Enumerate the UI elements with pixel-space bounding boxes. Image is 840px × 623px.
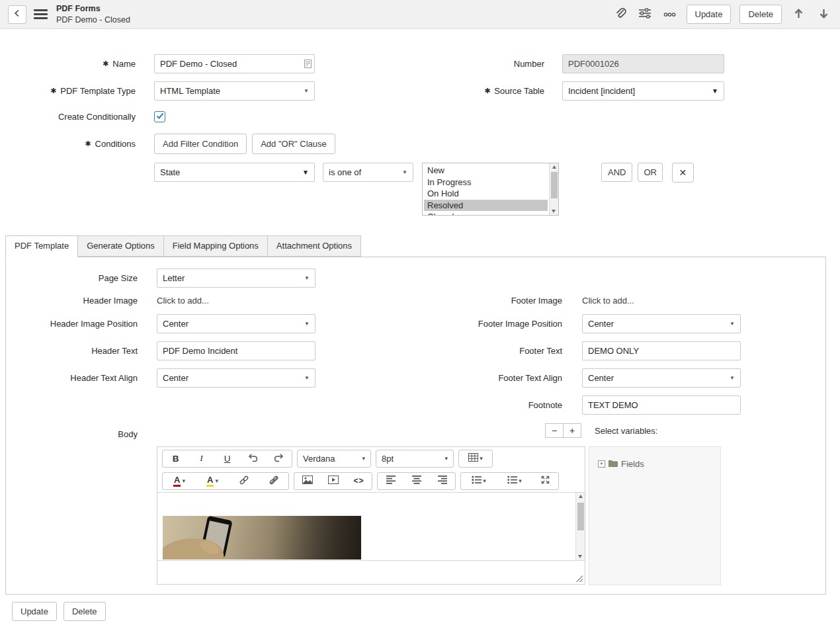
footer-image-add-link[interactable]: Click to add...: [582, 296, 634, 306]
condition-builder-row: State ▼ is one of ▼ New In Progress On H…: [0, 163, 840, 216]
update-button-footer[interactable]: Update: [12, 602, 57, 621]
undo-button[interactable]: [240, 450, 266, 467]
header-text-align-select[interactable]: Center ▼: [157, 368, 315, 388]
source-table-value: Incident [incident]: [568, 86, 635, 96]
listbox-scrollbar[interactable]: [549, 163, 558, 215]
attachment-button[interactable]: [612, 5, 628, 23]
insert-image-button[interactable]: [294, 473, 320, 489]
source-table-select[interactable]: Incident [incident] ▼: [562, 81, 724, 101]
header-image-add-link[interactable]: Click to add...: [157, 296, 209, 306]
align-center-button[interactable]: [403, 473, 429, 489]
text-color-button[interactable]: A ▾: [163, 473, 196, 489]
redo-button[interactable]: [266, 450, 292, 467]
create-conditionally-checkbox[interactable]: [154, 111, 165, 122]
listbox-option-in-progress[interactable]: In Progress: [424, 177, 548, 188]
grow-editor-button[interactable]: +: [563, 423, 581, 438]
header-text-input[interactable]: [157, 341, 315, 360]
remove-link-button[interactable]: [259, 473, 288, 489]
fields-tree-label: Fields: [621, 459, 644, 469]
tab-pdf-template[interactable]: PDF Template: [5, 235, 78, 257]
personalize-form-button[interactable]: [637, 6, 653, 22]
condition-field-value: State: [160, 167, 180, 177]
more-options-button[interactable]: [661, 7, 678, 21]
footnote-input[interactable]: [582, 395, 741, 415]
chevron-down-icon: ▾: [519, 478, 522, 484]
editor-content-area[interactable]: [157, 492, 585, 560]
more-options-icon: [663, 9, 676, 19]
next-record-button[interactable]: [816, 5, 832, 24]
name-label: Name: [112, 59, 136, 69]
chevron-down-icon: ▼: [730, 376, 735, 381]
footer-text-align-select[interactable]: Center ▼: [582, 368, 741, 388]
tab-attachment-options[interactable]: Attachment Options: [267, 235, 361, 257]
checkmark-icon: [156, 112, 164, 122]
fields-tree-item[interactable]: + Fields: [598, 459, 720, 469]
font-size-select[interactable]: 8pt ▾: [376, 450, 454, 468]
or-button[interactable]: OR: [638, 163, 663, 182]
previous-record-button[interactable]: [790, 5, 807, 24]
scrollbar-thumb[interactable]: [577, 503, 584, 530]
required-icon: ✱: [85, 140, 91, 148]
chevron-down-icon: ▼: [304, 321, 310, 327]
and-button[interactable]: AND: [601, 163, 632, 182]
table-button[interactable]: ▾: [459, 450, 492, 467]
bullet-list-button[interactable]: ▾: [461, 473, 497, 489]
insert-link-button[interactable]: [229, 473, 259, 489]
update-button-header[interactable]: Update: [687, 5, 732, 24]
font-size-value: 8pt: [382, 454, 394, 464]
page-size-label: Page Size: [6, 273, 157, 283]
condition-operator-value: is one of: [329, 167, 361, 177]
text-color-icon: A: [173, 476, 181, 487]
required-icon: ✱: [103, 60, 108, 68]
condition-values-listbox[interactable]: New In Progress On Hold Resolved Closed: [422, 163, 559, 216]
page-size-select[interactable]: Letter ▼: [157, 269, 315, 288]
align-right-icon: [438, 476, 447, 486]
resize-handle[interactable]: [575, 575, 583, 582]
create-conditionally-label: Create Conditionally: [58, 112, 136, 122]
header-image-label: Header Image: [6, 296, 157, 306]
delete-condition-button[interactable]: ✕: [672, 163, 694, 183]
delete-button-footer[interactable]: Delete: [63, 602, 106, 621]
source-code-button[interactable]: <>: [346, 473, 372, 489]
listbox-option-new[interactable]: New: [424, 165, 548, 177]
header-image-position-select[interactable]: Center ▼: [157, 314, 315, 333]
align-left-button[interactable]: [378, 473, 403, 489]
add-or-clause-button[interactable]: Add "OR" Clause: [252, 134, 335, 154]
listbox-option-resolved[interactable]: Resolved: [424, 200, 548, 212]
listbox-option-on-hold[interactable]: On Hold: [424, 188, 548, 200]
background-color-button[interactable]: A ▾: [196, 473, 229, 489]
context-menu-icon[interactable]: [34, 9, 48, 20]
back-button[interactable]: [8, 5, 26, 24]
condition-operator-select[interactable]: is one of ▼: [323, 163, 413, 182]
footer-text-input[interactable]: [582, 341, 741, 360]
font-family-select[interactable]: Verdana ▾: [297, 450, 371, 468]
numbered-list-button[interactable]: ▾: [497, 473, 532, 489]
footer-image-position-select[interactable]: Center ▼: [582, 314, 741, 333]
underline-button[interactable]: U: [214, 450, 240, 467]
listbox-option-closed[interactable]: Closed: [424, 211, 548, 216]
paperclip-icon: [614, 7, 626, 21]
scroll-up-icon[interactable]: [552, 165, 556, 169]
name-input[interactable]: [154, 54, 315, 73]
scrollbar-thumb[interactable]: [551, 172, 558, 198]
condition-field-select[interactable]: State ▼: [154, 163, 315, 182]
scroll-up-icon[interactable]: [579, 495, 583, 498]
add-filter-condition-button[interactable]: Add Filter Condition: [154, 134, 247, 154]
template-type-select[interactable]: HTML Template ▼: [154, 81, 315, 101]
italic-button[interactable]: I: [189, 450, 214, 467]
align-right-button[interactable]: [429, 473, 455, 489]
fullscreen-button[interactable]: [532, 473, 558, 489]
delete-button-header[interactable]: Delete: [739, 5, 782, 24]
source-table-label-wrap: ✱ Source Table: [420, 86, 562, 96]
link-icon: [239, 475, 249, 487]
tab-generate-options[interactable]: Generate Options: [77, 235, 164, 257]
editor-scrollbar[interactable]: [575, 493, 585, 560]
insert-media-button[interactable]: [320, 473, 346, 489]
bold-button[interactable]: B: [163, 450, 189, 467]
shrink-editor-button[interactable]: −: [545, 423, 564, 438]
chevron-down-icon: ▾: [362, 456, 365, 462]
tab-field-mapping-options[interactable]: Field Mapping Options: [163, 235, 268, 257]
expand-icon[interactable]: +: [598, 460, 605, 468]
scroll-down-icon[interactable]: [552, 210, 556, 213]
scroll-down-icon[interactable]: [578, 555, 582, 558]
